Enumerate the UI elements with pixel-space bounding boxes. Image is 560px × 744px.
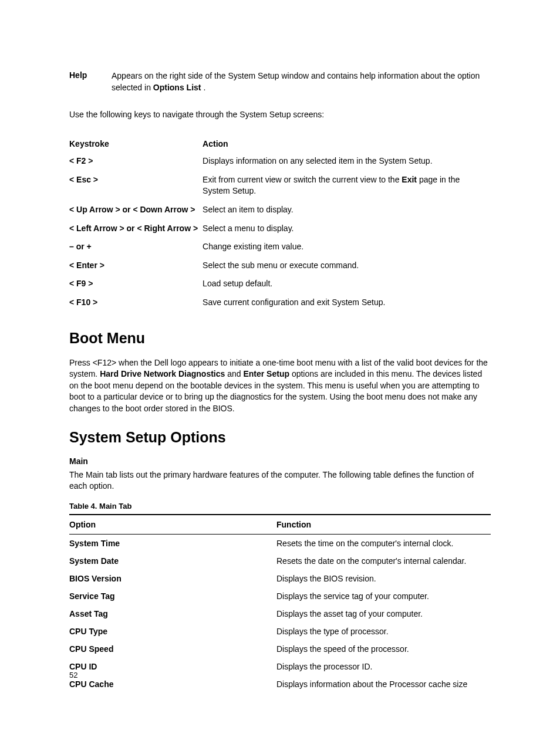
keystroke: < F9 > bbox=[69, 275, 203, 293]
table-row: Service TagDisplays the service tag of y… bbox=[69, 587, 491, 605]
help-row: Help Appears on the right side of the Sy… bbox=[69, 70, 491, 93]
option: System Time bbox=[69, 534, 276, 552]
table-row: < F10 > Save current configuration and e… bbox=[69, 293, 491, 312]
col-option: Option bbox=[69, 515, 276, 535]
action: Change existing item value. bbox=[203, 238, 491, 256]
keystroke-table: Keystroke Action < F2 > Displays informa… bbox=[69, 136, 491, 312]
action-text: Load setup default. bbox=[203, 279, 272, 288]
action: Select an item to display. bbox=[203, 201, 491, 219]
function: Resets the time on the computer's intern… bbox=[276, 534, 491, 552]
action: Select a menu to display. bbox=[203, 219, 491, 238]
table-row: < Up Arrow > or < Down Arrow > Select an… bbox=[69, 201, 491, 219]
col-action: Action bbox=[203, 136, 491, 152]
table-title: Table 4. Main Tab bbox=[69, 502, 491, 510]
option: Asset Tag bbox=[69, 605, 276, 623]
function: Displays the service tag of your compute… bbox=[276, 587, 491, 605]
keystroke: < Esc > bbox=[69, 171, 203, 201]
action: Exit from current view or switch the cur… bbox=[203, 171, 491, 201]
table-header-row: Option Function bbox=[69, 515, 491, 535]
page-number: 52 bbox=[69, 671, 77, 679]
action-bold: Exit bbox=[402, 175, 417, 184]
table-row: CPU SpeedDisplays the speed of the proce… bbox=[69, 640, 491, 658]
navigate-intro: Use the following keys to navigate throu… bbox=[69, 110, 491, 119]
table-row: System DateResets the date on the comput… bbox=[69, 552, 491, 570]
table-row: < F9 > Load setup default. bbox=[69, 275, 491, 293]
main-description: The Main tab lists out the primary hardw… bbox=[69, 469, 491, 492]
function: Resets the date on the computer's intern… bbox=[276, 552, 491, 570]
keystroke: – or + bbox=[69, 238, 203, 256]
help-label: Help bbox=[69, 70, 112, 93]
option: CPU Cache bbox=[69, 675, 276, 693]
action: Displays information on any selected ite… bbox=[203, 152, 491, 171]
table-row: CPU IDDisplays the processor ID. bbox=[69, 658, 491, 675]
action-text: Select the sub menu or execute command. bbox=[203, 261, 359, 270]
col-function: Function bbox=[276, 515, 491, 535]
action-text: Exit from current view or switch the cur… bbox=[203, 175, 402, 184]
function: Displays the type of processor. bbox=[276, 623, 491, 640]
action-text: Select an item to display. bbox=[203, 205, 294, 214]
action-text: Save current configuration and exit Syst… bbox=[203, 297, 385, 307]
table-row: – or + Change existing item value. bbox=[69, 238, 491, 256]
function: Displays the asset tag of your computer. bbox=[276, 605, 491, 623]
option: Service Tag bbox=[69, 587, 276, 605]
boot-menu-heading: Boot Menu bbox=[69, 330, 491, 347]
option: CPU Speed bbox=[69, 640, 276, 658]
system-setup-options-heading: System Setup Options bbox=[69, 429, 491, 446]
table-row: BIOS VersionDisplays the BIOS revision. bbox=[69, 570, 491, 587]
table-row: < Esc > Exit from current view or switch… bbox=[69, 171, 491, 201]
table-row: System TimeResets the time on the comput… bbox=[69, 534, 491, 552]
function: Displays information about the Processor… bbox=[276, 675, 491, 693]
keystroke: < Up Arrow > or < Down Arrow > bbox=[69, 201, 203, 219]
keystroke: < Left Arrow > or < Right Arrow > bbox=[69, 219, 203, 238]
function: Displays the speed of the processor. bbox=[276, 640, 491, 658]
main-subhead: Main bbox=[69, 456, 491, 466]
keystroke: < Enter > bbox=[69, 256, 203, 275]
keystroke: < F10 > bbox=[69, 293, 203, 312]
page: Help Appears on the right side of the Sy… bbox=[0, 0, 560, 744]
col-keystroke: Keystroke bbox=[69, 136, 203, 152]
function: Displays the processor ID. bbox=[276, 658, 491, 675]
table-row: < F2 > Displays information on any selec… bbox=[69, 152, 491, 171]
option: System Date bbox=[69, 552, 276, 570]
keystroke: < F2 > bbox=[69, 152, 203, 171]
table-row: Asset TagDisplays the asset tag of your … bbox=[69, 605, 491, 623]
option: CPU Type bbox=[69, 623, 276, 640]
table-header-row: Keystroke Action bbox=[69, 136, 491, 152]
function: Displays the BIOS revision. bbox=[276, 570, 491, 587]
help-text-bold: Options List bbox=[153, 83, 201, 92]
option: BIOS Version bbox=[69, 570, 276, 587]
main-tab-table: Option Function System TimeResets the ti… bbox=[69, 514, 491, 693]
option: CPU ID bbox=[69, 658, 276, 675]
help-text-after: . bbox=[201, 83, 206, 92]
action: Select the sub menu or execute command. bbox=[203, 256, 491, 275]
boot-bold1: Hard Drive Network Diagnostics bbox=[100, 369, 225, 378]
action-text: Displays information on any selected ite… bbox=[203, 156, 432, 165]
boot-menu-paragraph: Press <F12> when the Dell logo appears t… bbox=[69, 357, 491, 415]
boot-bold2: Enter Setup bbox=[243, 369, 289, 378]
action: Save current configuration and exit Syst… bbox=[203, 293, 491, 312]
help-text: Appears on the right side of the System … bbox=[112, 70, 491, 93]
boot-mid1: and bbox=[225, 369, 243, 378]
action-text: Change existing item value. bbox=[203, 242, 303, 251]
table-row: CPU CacheDisplays information about the … bbox=[69, 675, 491, 693]
table-row: < Left Arrow > or < Right Arrow > Select… bbox=[69, 219, 491, 238]
table-row: CPU TypeDisplays the type of processor. bbox=[69, 623, 491, 640]
action-text: Select a menu to display. bbox=[203, 224, 294, 233]
action: Load setup default. bbox=[203, 275, 491, 293]
table-row: < Enter > Select the sub menu or execute… bbox=[69, 256, 491, 275]
